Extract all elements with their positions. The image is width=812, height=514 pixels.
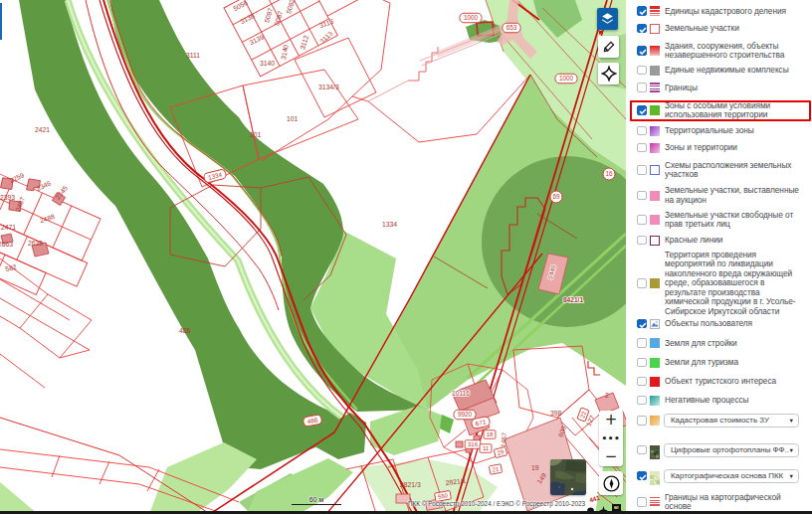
legend-pink-icon (650, 215, 660, 225)
layer-label-buildings[interactable]: Здания, сооружения, объекты незавершенно… (665, 42, 812, 61)
left-panel-edge[interactable] (0, 3, 2, 40)
map-pill-9920: 9920 (454, 410, 476, 420)
map-label-2488: 2488 (39, 213, 56, 224)
layer-label-red-lines[interactable]: Красные линии (665, 236, 812, 246)
layer-label-unified-complexes[interactable]: Единые недвижимые комплексы (665, 66, 812, 76)
basemap-switcher[interactable] (550, 459, 586, 495)
checkbox-negative-processes[interactable] (637, 396, 647, 406)
draw-button[interactable] (598, 36, 619, 58)
map-box-11: 11 (480, 444, 492, 453)
layers-button[interactable] (597, 8, 618, 30)
layer-label-tourist-object[interactable]: Объект туристского интереса (665, 377, 812, 387)
map-pill-1000: 1000 (555, 74, 577, 84)
map-label-3140: 3140 (280, 44, 290, 60)
map-pill-69: 69 (550, 191, 562, 203)
checkbox-borders[interactable] (637, 83, 647, 92)
zoom-in-button[interactable]: + (599, 411, 623, 429)
map-label-3140: 3140 (260, 60, 275, 67)
map-pill-label-1000: 1000 (464, 14, 479, 21)
map-pill-label-69: 69 (552, 193, 560, 200)
locate-button[interactable] (599, 471, 623, 495)
map-label-10116: 10116 (452, 390, 470, 397)
layer-label-zones-territories[interactable]: Зоны и территории (665, 143, 812, 153)
dropdown-base-map[interactable]: Картографическая основа ПКК▼ (664, 469, 799, 484)
checkmark-icon (639, 108, 647, 114)
layer-label-user-objects[interactable]: Объекты пользователя (665, 319, 812, 329)
checkbox-territorial-zones[interactable] (637, 126, 647, 136)
checkbox-auction-parcels[interactable] (637, 191, 647, 201)
scale-label: 60 м (292, 496, 341, 503)
checkbox-layout-schemes[interactable] (637, 165, 647, 175)
map-label-2259: 2259 (8, 171, 25, 184)
checkbox-unified-complexes[interactable] (637, 66, 647, 76)
checkbox-user-objects[interactable] (637, 319, 647, 329)
legend-camo-icon (650, 445, 660, 455)
checkbox-tourist-object[interactable] (637, 377, 647, 387)
map-box-18: 18 (484, 430, 496, 439)
map-box-316: 316 (465, 440, 481, 449)
map-label-19: 19 (531, 464, 539, 471)
dropdown-orthophotos[interactable]: Цифровые ортофотопланы ФФ...▼ (664, 443, 799, 458)
checkbox-red-lines[interactable] (637, 236, 647, 246)
layer-label-layout-schemes[interactable]: Схемы расположения земельных участков (665, 161, 812, 180)
layer-label-usolye-territory[interactable]: Территория проведения мероприятий по лик… (665, 251, 812, 317)
legend-red-stripes-icon (650, 6, 660, 16)
legend-maroon-outline-icon (650, 236, 660, 246)
map-canvas[interactable]: 5056313850875087508231133113311231393140… (0, 0, 626, 514)
layer-label-cadastral-units[interactable]: Единицы кадастрового деления (665, 7, 812, 17)
dropdown-arrow-icon: ▼ (789, 473, 798, 479)
checkbox-buildings[interactable] (637, 46, 647, 56)
more-tools-button[interactable]: ••• (599, 429, 623, 448)
checkbox-base-map[interactable] (637, 471, 647, 481)
legend-user-icon (650, 319, 660, 329)
layer-label-borders[interactable]: Границы (665, 84, 812, 93)
map-label-1457: 1457 (500, 431, 508, 447)
zoom-in-label: + (605, 413, 618, 428)
layer-label-land-for-building[interactable]: Земля для стройки (665, 339, 812, 349)
map-label-2393: 2393 (0, 194, 15, 201)
checkbox-zones-territories[interactable] (637, 143, 647, 153)
layer-label-land-parcels[interactable]: Земельные участки (665, 24, 812, 34)
legend-pink-icon (650, 191, 660, 201)
legend-magenta-gradient-icon (650, 143, 660, 153)
checkbox-land-for-tourism[interactable] (637, 358, 647, 368)
map-box-label-18: 18 (487, 431, 494, 437)
checkbox-usolye-territory[interactable] (637, 278, 647, 288)
layer-label-special-zones[interactable]: Зоны с особыми условиями использования т… (665, 101, 812, 120)
checkbox-borders-on-base[interactable] (637, 497, 647, 507)
checkbox-land-for-building[interactable] (637, 338, 647, 348)
dropdown-cadastral-value[interactable]: Кадастровая стоимость ЗУ▼ (664, 414, 799, 428)
checkbox-land-parcels[interactable] (637, 24, 647, 34)
scale-bar: 60 м (292, 496, 341, 505)
zoom-out-button[interactable]: − (599, 448, 623, 467)
map-pill-16: 16 (603, 168, 615, 180)
dropdown-label-base-map: Картографическая основа ПКК (665, 471, 789, 480)
checkmark-icon (639, 49, 647, 55)
map-attribution: ПКК © Росреестр 2010-2024 / ЕЭКО © Росре… (408, 500, 597, 507)
checkbox-cadastral-units[interactable] (637, 6, 647, 16)
layer-label-free-parcels[interactable]: Земельные участки свободные от прав трет… (665, 211, 812, 230)
map-pill-label-16: 16 (605, 170, 613, 177)
layers-panel: Единицы кадастрового деленияЗемельные уч… (626, 0, 812, 514)
checkbox-special-zones[interactable] (637, 105, 647, 115)
layer-label-negative-processes[interactable]: Негативные процессы (665, 396, 812, 406)
layer-label-land-for-tourism[interactable]: Земли для туризма (665, 358, 812, 368)
checkbox-cadastral-value[interactable] (637, 416, 647, 426)
map-box-29: 29 (494, 446, 508, 457)
map-label-5087: 5087 (263, 7, 274, 24)
pencil-icon (601, 40, 616, 55)
legend-map-texture-icon (650, 471, 660, 481)
checkbox-free-parcels[interactable] (637, 215, 647, 225)
map-label-101: 101 (250, 131, 262, 138)
checkbox-orthophotos[interactable] (637, 445, 647, 455)
legend-red-gradient-icon (650, 46, 660, 56)
measure-button[interactable] (598, 63, 619, 85)
map-pill-653: 653 (503, 23, 520, 33)
map-box-label-316: 316 (468, 441, 479, 447)
layer-label-auction-parcels[interactable]: Земельные участки, выставленные на аукци… (665, 186, 812, 205)
dropdown-label-cadastral-value: Кадастровая стоимость ЗУ (665, 416, 789, 425)
map-label-2: 2 (605, 392, 609, 399)
layer-label-borders-on-base[interactable]: Границы на картографической основе (665, 493, 812, 512)
layer-label-territorial-zones[interactable]: Территориальные зоны (665, 126, 812, 136)
zoom-controls: + ••• − (599, 411, 623, 466)
